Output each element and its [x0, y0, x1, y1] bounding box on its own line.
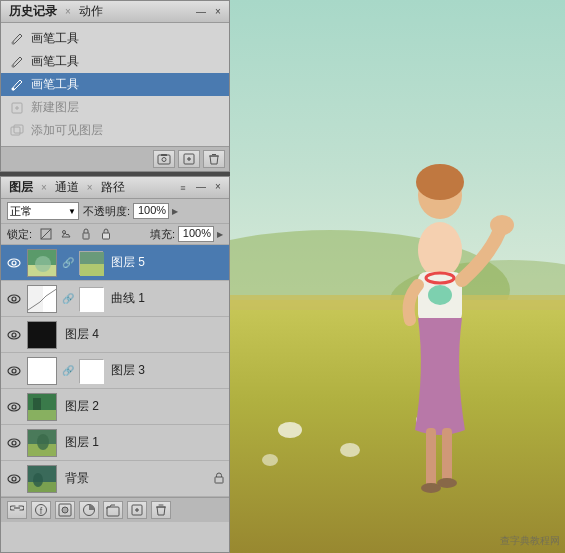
svg-point-45	[8, 439, 20, 447]
svg-point-86	[437, 478, 457, 488]
layers-minimize-btn[interactable]: —	[194, 180, 208, 194]
opacity-arrow[interactable]: ▶	[172, 207, 178, 216]
history-minimize-btn[interactable]: —	[194, 5, 208, 19]
eye-icon[interactable]	[5, 326, 23, 344]
layer-row[interactable]: 图层 2	[1, 389, 229, 425]
svg-rect-19	[83, 233, 89, 239]
layer-row[interactable]: 🔗 图层 3	[1, 353, 229, 389]
tab-divider3: ×	[87, 182, 93, 193]
new-layer-icon	[9, 100, 25, 116]
layer-name: 图层 5	[107, 254, 225, 271]
layer-row[interactable]: 图层 4	[1, 317, 229, 353]
svg-point-54	[33, 473, 43, 487]
tab-history[interactable]: 历史记录	[5, 2, 61, 21]
delete-state-btn[interactable]	[203, 150, 225, 168]
list-item[interactable]: 画笔工具	[1, 50, 229, 73]
eye-icon[interactable]	[5, 470, 23, 488]
tab-layers[interactable]: 图层	[5, 178, 37, 197]
svg-rect-53	[28, 482, 57, 493]
svg-rect-43	[28, 410, 57, 421]
svg-point-72	[278, 422, 302, 438]
svg-point-22	[12, 261, 16, 265]
opacity-input[interactable]: 100%	[133, 203, 169, 219]
layer-row[interactable]: 🔗 图层 5	[1, 245, 229, 281]
chain-icon: 🔗	[61, 293, 75, 304]
layer-thumbnail	[27, 393, 57, 421]
eye-icon[interactable]	[5, 434, 23, 452]
svg-rect-20	[103, 233, 110, 239]
svg-point-73	[340, 443, 360, 457]
layer-row[interactable]: 图层 1	[1, 425, 229, 461]
list-item[interactable]: 新建图层	[1, 96, 229, 119]
delete-layer-btn[interactable]	[151, 501, 171, 519]
layers-titlebar: 图层 × 通道 × 路径 ≡ — ×	[1, 177, 229, 199]
lock-transparent-btn[interactable]	[38, 226, 54, 242]
svg-point-80	[428, 285, 452, 305]
list-item[interactable]: 添加可见图层	[1, 119, 229, 142]
svg-point-28	[8, 295, 20, 303]
new-layer-btn[interactable]	[127, 501, 147, 519]
list-item[interactable]: 画笔工具	[1, 27, 229, 50]
svg-point-41	[12, 405, 16, 409]
tab-paths[interactable]: 路径	[97, 178, 129, 197]
eye-icon[interactable]	[5, 362, 23, 380]
history-item-label: 画笔工具	[31, 76, 79, 93]
svg-point-18	[63, 231, 66, 234]
eye-icon[interactable]	[5, 254, 23, 272]
blend-mode-dropdown[interactable]: 正常 ▼	[7, 202, 79, 220]
chain-icon: 🔗	[61, 365, 75, 376]
layer-mask-thumbnail	[79, 251, 103, 275]
svg-point-74	[262, 454, 278, 466]
fill-input[interactable]: 100%	[178, 226, 214, 242]
add-style-btn[interactable]: f	[31, 501, 51, 519]
eye-icon[interactable]	[5, 398, 23, 416]
add-mask-btn[interactable]	[55, 501, 75, 519]
blend-opacity-row: 正常 ▼ 不透明度: 100% ▶	[1, 199, 229, 224]
svg-point-34	[12, 333, 16, 337]
history-close-btn[interactable]: ×	[211, 5, 225, 19]
svg-point-51	[12, 477, 16, 481]
svg-rect-83	[426, 428, 436, 488]
chain-icon: 🔗	[61, 257, 75, 268]
photo-area: 查字典教程网	[230, 0, 565, 553]
svg-point-50	[8, 475, 20, 483]
layer-row[interactable]: 背景	[1, 461, 229, 497]
svg-rect-31	[28, 286, 43, 313]
layers-close-btn[interactable]: ×	[211, 180, 225, 194]
lock-all-btn[interactable]	[98, 226, 114, 242]
svg-rect-55	[215, 477, 223, 483]
svg-point-49	[37, 434, 49, 450]
eye-icon[interactable]	[5, 290, 23, 308]
svg-rect-84	[442, 428, 452, 483]
layer-name: 图层 2	[61, 398, 225, 415]
layer-row[interactable]: 🔗 曲线 1	[1, 281, 229, 317]
tab-actions[interactable]: 动作	[75, 2, 107, 21]
snapshot-btn[interactable]	[153, 150, 175, 168]
history-panel: 历史记录 × 动作 — × 画笔工具	[0, 0, 230, 172]
fill-arrow[interactable]: ▶	[217, 230, 223, 239]
add-adjustment-btn[interactable]	[79, 501, 99, 519]
new-group-btn[interactable]	[103, 501, 123, 519]
layers-bottom-toolbar: f	[1, 497, 229, 522]
link-layers-btn[interactable]	[7, 501, 27, 519]
background-lock-icon	[213, 472, 225, 486]
svg-point-2	[12, 87, 15, 90]
history-item-label: 新建图层	[31, 99, 79, 116]
history-tabs: 历史记录 × 动作	[5, 2, 107, 21]
history-item-label: 画笔工具	[31, 30, 79, 47]
svg-point-81	[490, 215, 514, 235]
lock-label: 锁定:	[7, 227, 32, 242]
svg-point-1	[12, 64, 15, 67]
svg-rect-6	[11, 127, 20, 135]
new-state-btn[interactable]	[178, 150, 200, 168]
brush-icon	[9, 77, 25, 93]
list-item[interactable]: 画笔工具	[1, 73, 229, 96]
history-bottom-toolbar	[1, 146, 229, 171]
layer-thumbnail	[27, 285, 57, 313]
tab-channels[interactable]: 通道	[51, 178, 83, 197]
history-item-label: 添加可见图层	[31, 122, 103, 139]
layers-panel: 图层 × 通道 × 路径 ≡ — × 正常 ▼ 不透明度: 100%	[0, 176, 230, 553]
lock-image-btn[interactable]	[58, 226, 74, 242]
lock-position-btn[interactable]	[78, 226, 94, 242]
layers-menu-btn[interactable]: ≡	[175, 180, 191, 196]
